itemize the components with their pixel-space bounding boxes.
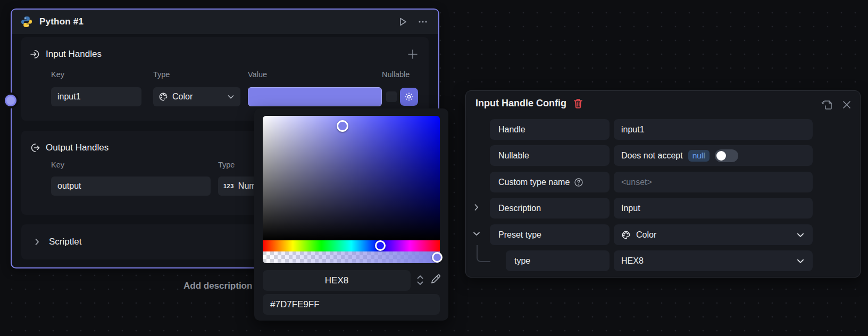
add-input-handle-button[interactable] [406,48,419,61]
color-value-swatch[interactable] [248,87,382,106]
flow-canvas[interactable]: Python #1 Input Handles Key Type Value [0,0,868,336]
input-handles-title: Input Handles [46,49,102,60]
chevron-right-icon[interactable] [472,203,481,212]
handle-value-field[interactable]: input1 [614,119,813,140]
hue-selector[interactable] [375,240,386,251]
number-type-icon: 123 [223,183,234,189]
panel-title: Input Handle Config [475,98,566,109]
chevron-down-icon[interactable] [472,230,481,238]
format-spinner-icon[interactable] [415,273,425,287]
python-logo-icon [20,15,33,28]
description-value-field[interactable]: Input [614,198,813,219]
column-label-key: Key [51,70,64,79]
nullable-status-text: Does not accept [621,151,683,161]
eyedropper-icon[interactable] [430,273,441,285]
saturation-selector[interactable] [337,120,348,132]
color-format-select[interactable]: HEX8 [263,270,411,291]
alpha-selector[interactable] [432,252,443,263]
null-badge: null [688,150,710,162]
column-label-nullable: Nullable [382,70,410,79]
output-handles-title: Output Handles [46,142,108,153]
input-connection-handle[interactable] [5,95,16,106]
row-label: Custom type name [498,178,570,187]
input-handle-config-panel: Input Handle Config Handle input1 Nullab… [465,90,861,278]
row-label: Nullable [498,151,529,161]
help-icon[interactable] [574,178,583,187]
row-label: Preset type [498,230,541,240]
scriptlet-title: Scriptlet [49,237,81,247]
type-dropdown[interactable]: HEX8 [614,250,813,271]
hue-slider[interactable] [263,240,440,251]
chevron-down-icon [796,230,805,240]
nullable-checkbox[interactable] [386,91,397,102]
input-handles-header: Input Handles [30,49,102,60]
handle-config-gear-button[interactable] [400,88,418,106]
saturation-value-area[interactable] [263,116,440,240]
input-handles-icon [30,49,40,60]
input-handle-type-value: Color [172,92,193,102]
column-label-type: Type [218,161,235,169]
column-label-type: Type [153,70,170,79]
row-label: Description [498,204,541,213]
input-handle-key-field[interactable] [51,87,141,106]
color-picker-popup: HEX8 [254,108,448,321]
output-handles-header: Output Handles [30,142,108,153]
preset-type-dropdown[interactable]: Color [614,224,813,245]
column-label-value: Value [248,70,267,79]
node-title: Python #1 [39,16,84,27]
node-menu-button[interactable] [416,15,430,29]
column-label-key: Key [51,161,64,169]
color-format-value: HEX8 [325,275,348,286]
add-description-placeholder[interactable]: Add description [183,281,252,291]
custom-type-name-field[interactable]: <unset> [614,172,813,192]
row-label: type [514,256,530,266]
run-node-button[interactable] [396,15,410,29]
nullable-toggle[interactable] [715,149,738,162]
config-row-preset-type: Preset type Color [466,224,860,245]
hex-value-input[interactable] [263,294,440,315]
chevron-right-icon[interactable] [33,238,41,246]
close-panel-icon[interactable] [842,100,852,110]
toggle-knob [716,151,726,161]
node-header[interactable]: Python #1 [12,10,438,34]
config-row-description: Description Input [466,198,860,219]
alpha-slider[interactable] [263,251,440,263]
output-handles-icon [30,142,40,153]
chevron-down-icon [227,93,235,101]
config-row-handle: Handle input1 [466,119,860,140]
palette-icon [158,92,168,102]
input-handle-type-dropdown[interactable]: Color [153,87,240,106]
delete-handle-icon[interactable] [573,98,583,109]
palette-icon [621,230,631,240]
config-row-nullable: Nullable Does not accept null [466,145,860,166]
chevron-down-icon [796,256,805,266]
config-row-custom-type: Custom type name <unset> [466,172,860,192]
detach-to-node-icon[interactable] [821,98,833,111]
config-row-type: type HEX8 [466,250,860,271]
row-label: Handle [498,125,525,135]
output-handle-key-field[interactable] [51,177,211,196]
